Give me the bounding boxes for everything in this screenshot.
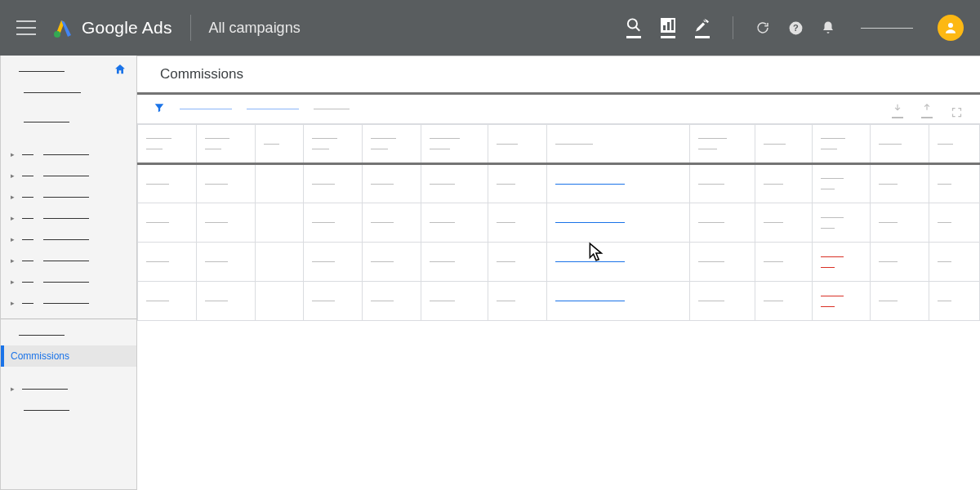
filter-icon[interactable] [154, 102, 165, 117]
page-title: Commissions [137, 56, 980, 92]
product-logo[interactable]: Google Ads [52, 17, 172, 38]
table-row[interactable] [138, 164, 980, 203]
main-content: Commissions [137, 56, 980, 490]
menu-button[interactable] [16, 20, 36, 35]
column-header[interactable] [255, 125, 304, 164]
sidebar-item[interactable] [1, 399, 136, 421]
sidebar-item[interactable]: ▸ [1, 250, 136, 271]
upload-icon[interactable] [920, 100, 934, 118]
app-header: Google Ads All campaigns [0, 0, 980, 56]
table-row[interactable] [138, 243, 980, 282]
filter-bar [137, 95, 980, 124]
column-header[interactable] [871, 125, 929, 164]
svg-rect-4 [663, 25, 666, 30]
sidebar-item-commissions[interactable]: Commissions [1, 345, 136, 367]
svg-rect-6 [671, 20, 674, 30]
notifications-icon[interactable] [820, 20, 836, 36]
sidebar-item[interactable]: ▸ [1, 165, 136, 186]
expand-icon[interactable] [949, 100, 964, 118]
sidebar-item[interactable] [1, 324, 136, 345]
column-header[interactable] [363, 125, 421, 164]
sidebar-item[interactable] [1, 82, 136, 103]
table-header-row [138, 125, 980, 164]
header-actions: ? [625, 15, 964, 41]
sidebar-item[interactable]: ▸ [1, 144, 136, 165]
sidebar: ▸ ▸ ▸ ▸ ▸ ▸ ▸ ▸ Commissions ▸ [0, 56, 137, 490]
sidebar-item[interactable]: ▸ [1, 292, 136, 314]
column-header[interactable] [138, 125, 197, 164]
column-header[interactable] [689, 125, 755, 164]
table-row[interactable] [138, 282, 980, 321]
help-icon[interactable]: ? [787, 20, 804, 36]
scope-selector[interactable]: All campaigns [209, 20, 301, 37]
column-header[interactable] [929, 125, 980, 164]
divider [733, 16, 733, 39]
sidebar-item[interactable]: ▸ [1, 271, 136, 292]
refresh-icon[interactable] [755, 20, 771, 36]
column-header[interactable] [196, 125, 255, 164]
account-placeholder [861, 28, 913, 29]
sidebar-item[interactable]: ▸ [1, 207, 136, 229]
sidebar-overview[interactable] [1, 60, 136, 82]
filter-chip[interactable] [247, 109, 299, 109]
avatar[interactable] [938, 15, 964, 41]
sidebar-item[interactable]: ▸ [1, 186, 136, 207]
sidebar-item[interactable] [1, 111, 136, 132]
svg-line-2 [635, 27, 639, 31]
download-icon[interactable] [890, 100, 905, 118]
svg-point-9 [948, 23, 953, 28]
svg-rect-5 [667, 22, 670, 30]
svg-point-0 [54, 31, 60, 38]
tools-icon[interactable] [693, 17, 711, 38]
filter-chip[interactable] [180, 109, 232, 109]
column-header[interactable] [755, 125, 812, 164]
filter-chip[interactable] [314, 109, 350, 109]
sidebar-item[interactable]: ▸ [1, 378, 136, 399]
search-icon[interactable] [625, 17, 643, 38]
column-header[interactable] [304, 125, 363, 164]
svg-point-1 [628, 19, 637, 28]
sidebar-item[interactable]: ▸ [1, 229, 136, 250]
table-row[interactable] [138, 203, 980, 243]
svg-text:?: ? [793, 23, 799, 33]
column-header[interactable] [421, 125, 488, 164]
column-header[interactable] [547, 125, 690, 164]
column-header[interactable] [488, 125, 547, 164]
home-icon [114, 63, 127, 79]
divider [190, 15, 191, 41]
product-name: Google Ads [82, 18, 172, 38]
google-ads-icon [52, 17, 74, 38]
column-header[interactable] [812, 125, 871, 164]
commissions-table [137, 124, 980, 321]
reports-icon[interactable] [659, 17, 677, 38]
